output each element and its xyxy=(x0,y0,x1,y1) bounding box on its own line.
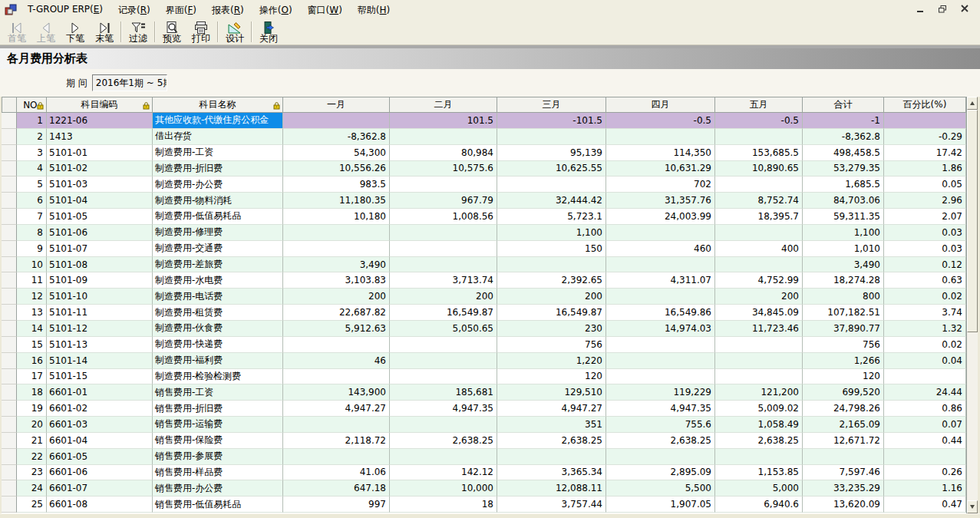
close-button[interactable] xyxy=(960,5,969,15)
row-selector[interactable] xyxy=(2,465,17,481)
cell-r24-c7[interactable]: 5,500 xyxy=(606,480,715,497)
cell-r1-c9[interactable]: -1 xyxy=(803,113,884,129)
cell-r24-c3[interactable]: 销售费用-办公费 xyxy=(153,480,283,497)
table-row[interactable]: 65101-04制造费用-物料消耗11,180.35967.7932,444.4… xyxy=(2,193,966,209)
cell-r3-c8[interactable]: 153,685.5 xyxy=(715,145,803,161)
table-row[interactable]: 35101-01制造费用-工资54,30080,98495,139114,350… xyxy=(2,145,966,161)
cell-r12-c3[interactable]: 制造费用-电话费 xyxy=(153,289,283,305)
cell-r13-c4[interactable]: 22,687.82 xyxy=(283,305,390,321)
cell-r19-c9[interactable]: 24,798.26 xyxy=(803,401,884,417)
scrollbar-thumb[interactable] xyxy=(967,110,978,332)
cell-r18-c5[interactable]: 185,681 xyxy=(390,384,497,401)
cell-r2-c3[interactable]: 借出存货 xyxy=(153,129,283,145)
cell-r16-c7[interactable] xyxy=(606,353,715,369)
table-row[interactable]: 175101-15制造费用-检验检测费120120 xyxy=(2,369,966,385)
cell-r24-c10[interactable]: 1.16 xyxy=(884,480,966,497)
table-row[interactable]: 226601-05销售费用-参展费 xyxy=(2,449,966,465)
cell-r9-c1[interactable]: 9 xyxy=(17,241,47,257)
cell-r14-c9[interactable]: 37,890.77 xyxy=(803,321,884,337)
cell-r4-c5[interactable]: 10,575.6 xyxy=(390,161,497,177)
cell-r12-c10[interactable]: 0.02 xyxy=(884,289,966,305)
table-row[interactable]: 21413借出存货-8,362.8-8,362.8-0.29 xyxy=(2,129,966,145)
scrollbar-track[interactable] xyxy=(967,110,978,500)
cell-r8-c6[interactable]: 1,100 xyxy=(497,225,606,241)
cell-r3-c9[interactable]: 498,458.5 xyxy=(803,145,884,161)
cell-r19-c6[interactable]: 4,947.27 xyxy=(497,401,606,417)
cell-r2-c2[interactable]: 1413 xyxy=(47,129,153,145)
cell-r16-c3[interactable]: 制造费用-福利费 xyxy=(153,353,283,369)
table-row[interactable]: 115101-09制造费用-水电费3,103.833,713.742,392.6… xyxy=(2,272,966,289)
cell-r15-c7[interactable] xyxy=(606,337,715,353)
column-header-9[interactable]: 合计 xyxy=(803,97,884,113)
cell-r23-c4[interactable]: 41.06 xyxy=(283,465,390,481)
cell-r15-c4[interactable] xyxy=(283,337,390,353)
cell-r10-c9[interactable]: 3,490 xyxy=(803,257,884,273)
toolbar-button-prev-record[interactable]: 上笔 xyxy=(31,21,61,45)
column-header-10[interactable]: 百分比(%) xyxy=(884,97,966,113)
menu-item-记录[interactable]: 记录(R) xyxy=(111,2,158,19)
table-row[interactable]: 155101-13制造费用-快递费7567560.02 xyxy=(2,337,966,353)
cell-r20-c4[interactable] xyxy=(283,417,390,433)
cell-r13-c10[interactable]: 3.74 xyxy=(884,305,966,321)
cell-r4-c2[interactable]: 5101-02 xyxy=(47,161,153,177)
cell-r22-c3[interactable]: 销售费用-参展费 xyxy=(153,449,283,465)
cell-r25-c2[interactable]: 6601-08 xyxy=(47,497,153,513)
cell-r13-c1[interactable]: 13 xyxy=(17,305,47,321)
cell-r9-c3[interactable]: 制造费用-交通费 xyxy=(153,241,283,257)
cell-r22-c7[interactable] xyxy=(606,449,715,465)
column-header-3[interactable]: 科目名称 xyxy=(153,97,283,113)
cell-r25-c6[interactable]: 3,757.44 xyxy=(497,497,606,513)
cell-r6-c3[interactable]: 制造费用-物料消耗 xyxy=(153,193,283,209)
cell-r17-c4[interactable] xyxy=(283,369,390,385)
cell-r19-c8[interactable]: 5,009.02 xyxy=(715,401,803,417)
cell-r16-c1[interactable]: 16 xyxy=(17,353,47,369)
cell-r20-c7[interactable]: 755.6 xyxy=(606,417,715,433)
period-input[interactable]: 2016年1期 ~ 5期 xyxy=(92,74,167,91)
cell-r15-c10[interactable]: 0.02 xyxy=(884,337,966,353)
menu-item-操作[interactable]: 操作(O) xyxy=(252,2,300,19)
cell-r11-c7[interactable]: 4,311.07 xyxy=(606,272,715,289)
cell-r17-c2[interactable]: 5101-15 xyxy=(47,369,153,385)
table-row[interactable]: 105101-08制造费用-差旅费3,4903,4900.12 xyxy=(2,257,966,273)
cell-r4-c9[interactable]: 53,279.35 xyxy=(803,161,884,177)
cell-r3-c2[interactable]: 5101-01 xyxy=(47,145,153,161)
cell-r5-c3[interactable]: 制造费用-办公费 xyxy=(153,177,283,193)
cell-r2-c1[interactable]: 2 xyxy=(17,129,47,145)
cell-r12-c5[interactable]: 200 xyxy=(390,289,497,305)
cell-r13-c6[interactable]: 16,549.87 xyxy=(497,305,606,321)
cell-r14-c1[interactable]: 14 xyxy=(17,321,47,337)
cell-r1-c7[interactable]: -0.5 xyxy=(606,113,715,129)
cell-r10-c2[interactable]: 5101-08 xyxy=(47,257,153,273)
cell-r2-c10[interactable]: -0.29 xyxy=(884,129,966,145)
cell-r20-c6[interactable]: 351 xyxy=(497,417,606,433)
cell-r23-c6[interactable]: 3,365.34 xyxy=(497,465,606,481)
row-selector[interactable] xyxy=(2,177,17,193)
cell-r2-c5[interactable] xyxy=(390,129,497,145)
scroll-up-button[interactable] xyxy=(967,97,978,110)
cell-r16-c10[interactable]: 0.04 xyxy=(884,353,966,369)
cell-r25-c3[interactable]: 销售费用-低值易耗品 xyxy=(153,497,283,513)
row-selector[interactable] xyxy=(2,113,17,129)
cell-r14-c7[interactable]: 14,974.03 xyxy=(606,321,715,337)
cell-r15-c9[interactable]: 756 xyxy=(803,337,884,353)
cell-r24-c6[interactable]: 12,088.11 xyxy=(497,480,606,497)
cell-r2-c9[interactable]: -8,362.8 xyxy=(803,129,884,145)
menu-item-帮助[interactable]: 帮助(H) xyxy=(350,2,398,19)
toolbar-button-preview[interactable]: 预览 xyxy=(157,21,186,45)
cell-r19-c10[interactable]: 0.86 xyxy=(884,401,966,417)
row-selector[interactable] xyxy=(2,321,17,337)
cell-r21-c7[interactable]: 2,638.25 xyxy=(606,433,715,449)
toolbar-button-filter[interactable]: 过滤 xyxy=(124,21,153,45)
cell-r15-c2[interactable]: 5101-13 xyxy=(47,337,153,353)
cell-r9-c2[interactable]: 5101-07 xyxy=(47,241,153,257)
table-row[interactable]: 95101-07制造费用-交通费1504604001,0100.03 xyxy=(2,241,966,257)
row-selector[interactable] xyxy=(2,272,17,289)
scroll-down-button[interactable] xyxy=(967,500,978,513)
menu-item-报表[interactable]: 报表(R) xyxy=(204,2,252,19)
cell-r17-c7[interactable] xyxy=(606,369,715,385)
cell-r19-c1[interactable]: 19 xyxy=(17,401,47,417)
cell-r6-c4[interactable]: 11,180.35 xyxy=(283,193,390,209)
cell-r18-c2[interactable]: 6601-01 xyxy=(47,384,153,401)
cell-r6-c9[interactable]: 84,703.06 xyxy=(803,193,884,209)
cell-r22-c4[interactable] xyxy=(283,449,390,465)
